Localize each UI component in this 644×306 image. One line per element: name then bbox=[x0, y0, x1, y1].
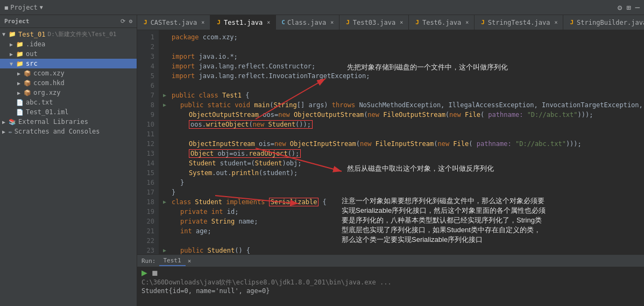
code-text: public class Test1 { bbox=[172, 91, 250, 100]
line-num: 18 bbox=[137, 197, 159, 207]
sidebar-item-label: org.xzy bbox=[33, 89, 61, 96]
tab-close-icon[interactable]: × bbox=[330, 19, 334, 25]
settings-icon[interactable]: ⚙ bbox=[618, 3, 622, 12]
tab-label: Test03.java bbox=[353, 19, 395, 26]
code-text: import java.lang.reflect.Constructor; bbox=[172, 61, 315, 71]
tab-label: Test6.java bbox=[422, 19, 461, 26]
tab-close-icon[interactable]: × bbox=[267, 19, 270, 25]
line-num: 23 bbox=[137, 246, 159, 254]
sidebar-item-abc-txt[interactable]: ▶ 📄 abc.txt bbox=[0, 98, 137, 107]
java-icon: J bbox=[216, 19, 222, 26]
sidebar-item-ccom-hkd[interactable]: ▶ 📦 ccom.hkd bbox=[0, 78, 137, 88]
code-line: package ccom.xzy; bbox=[163, 32, 640, 42]
code-line: ▶ public class Test1 { bbox=[163, 91, 640, 100]
code-text: Object obj=ois.readObject(); bbox=[172, 149, 301, 158]
tab-stringtest4[interactable]: J StringTest4.java × bbox=[475, 15, 563, 30]
tab-stringbuilder[interactable]: J StringBuilder.java × bbox=[563, 15, 644, 30]
tree-arrow: ▶ bbox=[17, 90, 23, 96]
code-text: import java.io.*; bbox=[172, 52, 238, 61]
code-editor[interactable]: 1 2 3 4 5 6 7 8 9 10 11 12 13 14 15 16 1… bbox=[137, 30, 644, 254]
sidebar-sync-icon[interactable]: ⟳ bbox=[121, 18, 125, 25]
tree-arrow: ▶ bbox=[2, 119, 8, 125]
code-text: int age; bbox=[172, 226, 211, 236]
sidebar-item-scratches[interactable]: ▶ ✏️ Scratches and Consoles bbox=[0, 127, 137, 136]
sidebar-gear-icon[interactable]: ⚙ bbox=[129, 18, 132, 25]
run-label: Run: bbox=[141, 258, 156, 265]
package-icon: 📦 bbox=[24, 89, 31, 96]
run-tab-close[interactable]: × bbox=[188, 258, 192, 265]
line-num: 13 bbox=[137, 149, 159, 158]
sidebar-item-label: ccom.hkd bbox=[33, 79, 65, 87]
file-icon: 📄 bbox=[16, 99, 24, 106]
sidebar-item-ext-lib[interactable]: ▶ 📚 External Libraries bbox=[0, 117, 137, 127]
tab-classjava[interactable]: C Class.java × bbox=[276, 15, 339, 30]
line-numbers: 1 2 3 4 5 6 7 8 9 10 11 12 13 14 15 16 1… bbox=[137, 30, 159, 254]
topbar-project-label: Project bbox=[10, 4, 38, 11]
implements-box: Serializable bbox=[269, 198, 319, 206]
tab-castestjava[interactable]: J CASTest.java × bbox=[137, 15, 210, 30]
sidebar-item-test01-iml[interactable]: ▶ 📄 Test_01.iml bbox=[0, 107, 137, 117]
console-command: C:\360Downloads\java软件\eclipse8.0\jdk1.8… bbox=[141, 278, 640, 287]
line-num: 3 bbox=[137, 52, 159, 61]
path-label: D:\新建文件夹\Test_01 bbox=[48, 30, 117, 38]
tab-close-icon[interactable]: × bbox=[554, 19, 557, 25]
line-num: 2 bbox=[137, 42, 159, 52]
folder-icon: 📁 bbox=[9, 31, 16, 38]
tree-arrow: ▶ bbox=[17, 71, 23, 76]
folder-icon: 📁 bbox=[16, 60, 24, 67]
tree-arrow: ▶ bbox=[10, 41, 15, 47]
minimize-icon[interactable]: ─ bbox=[635, 3, 640, 12]
stop-button[interactable]: ◼ bbox=[152, 268, 158, 277]
main-layout: Project ⟳ ⚙ ▼ 📁 Test_01 D:\新建文件夹\Test_01… bbox=[0, 15, 644, 306]
project-icon: ◼ bbox=[4, 4, 8, 11]
code-text: private int id; bbox=[172, 207, 238, 217]
package-icon: 📦 bbox=[24, 70, 31, 77]
line-num: 19 bbox=[137, 207, 159, 217]
code-line: private String name; bbox=[163, 217, 640, 226]
sidebar-item-idea[interactable]: ▶ 📁 .idea bbox=[0, 39, 137, 49]
java-icon: J bbox=[143, 19, 148, 26]
line-num: 4 bbox=[137, 61, 159, 71]
editor-area: J CASTest.java × J Test1.java × C Class.… bbox=[137, 15, 644, 306]
iml-icon: 📄 bbox=[16, 109, 24, 116]
gutter: ▶ bbox=[163, 246, 172, 254]
folder-icon: 📁 bbox=[16, 51, 24, 58]
play-button[interactable]: ▶ bbox=[141, 268, 147, 277]
tab-close-icon[interactable]: × bbox=[201, 19, 204, 25]
line-num: 20 bbox=[137, 217, 159, 226]
code-line: int age; bbox=[163, 226, 640, 236]
sidebar-item-ccom-xzy[interactable]: ▶ 📦 ccom.xzy bbox=[0, 68, 137, 78]
tab-test6java[interactable]: J Test6.java × bbox=[409, 15, 475, 30]
layout-icon[interactable]: ⊞ bbox=[626, 3, 631, 12]
tab-test1java[interactable]: J Test1.java × bbox=[210, 15, 276, 30]
run-tab[interactable]: Test1 bbox=[159, 256, 186, 266]
code-line bbox=[163, 81, 640, 91]
code-line: Object obj=ois.readObject(); bbox=[163, 149, 640, 158]
sidebar-item-test01[interactable]: ▼ 📁 Test_01 D:\新建文件夹\Test_01 bbox=[0, 29, 137, 39]
line-num: 16 bbox=[137, 178, 159, 187]
scratch-icon: ✏️ bbox=[9, 128, 12, 135]
sidebar-item-src[interactable]: ▼ 📁 src bbox=[0, 59, 137, 68]
code-text: } bbox=[172, 187, 175, 197]
topbar-icons: ⚙ ⊞ ─ bbox=[618, 3, 640, 12]
sidebar-item-org-xzy[interactable]: ▶ 📦 org.xzy bbox=[0, 88, 137, 98]
java-icon: J bbox=[414, 19, 420, 26]
topbar-dropdown-icon[interactable]: ▼ bbox=[40, 4, 43, 10]
tab-close-icon[interactable]: × bbox=[465, 19, 469, 25]
sidebar-item-label: ccom.xzy bbox=[33, 69, 65, 77]
tabs-bar: J CASTest.java × J Test1.java × C Class.… bbox=[137, 15, 644, 30]
tab-close-icon[interactable]: × bbox=[400, 19, 403, 25]
sidebar-tree: ▼ 📁 Test_01 D:\新建文件夹\Test_01 ▶ 📁 .idea ▶… bbox=[0, 28, 137, 306]
code-line: import java.lang.reflect.InvocationTarge… bbox=[163, 71, 640, 81]
run-bar: Run: Test1 × bbox=[137, 254, 644, 267]
code-line bbox=[163, 42, 640, 52]
sidebar-item-label: out bbox=[26, 50, 38, 58]
tab-label: Class.java bbox=[287, 19, 326, 26]
code-content[interactable]: package ccom.xzy; import java.io.*; impo… bbox=[159, 30, 644, 254]
sidebar-title: Project bbox=[4, 18, 29, 25]
sidebar-item-out[interactable]: ▶ 📁 out bbox=[0, 49, 137, 59]
sidebar-header: Project ⟳ ⚙ bbox=[0, 15, 137, 28]
code-line: private int id; bbox=[163, 207, 640, 217]
gutter: ▶ bbox=[163, 91, 172, 100]
tab-test03java[interactable]: J Test03.java × bbox=[339, 15, 409, 30]
